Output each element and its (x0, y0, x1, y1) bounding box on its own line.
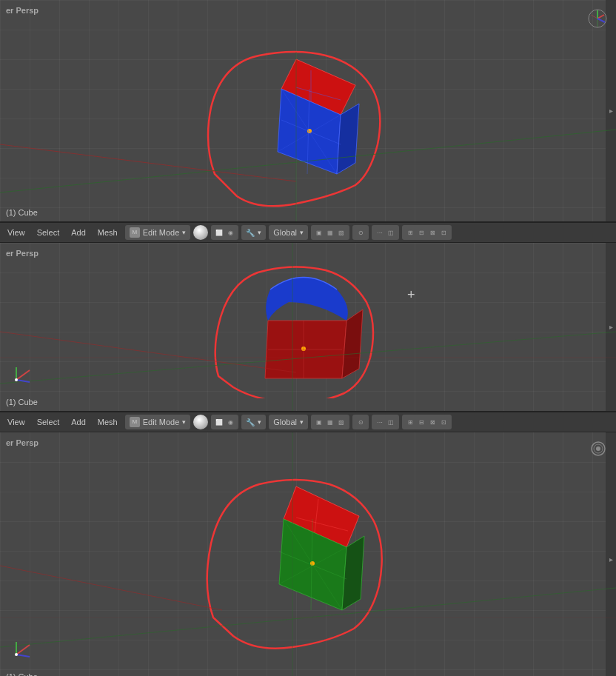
svg-point-47 (15, 653, 18, 656)
corner-label-1: er Persp (6, 6, 38, 15)
mesh-button-2[interactable]: Mesh (93, 416, 122, 428)
scroll-handle-3[interactable]: ▸ (606, 432, 616, 676)
toolbar-1: View Select Add Mesh M Edit Mode ⬜ ◉ 🔧 G… (0, 222, 616, 243)
corner-label-3: er Persp (6, 438, 38, 447)
viewport-2[interactable]: er Persp + (1) Cube ▸ (0, 243, 616, 412)
svg-line-46 (16, 655, 30, 657)
mesh-button-1[interactable]: Mesh (93, 227, 122, 238)
global-dropdown-1[interactable]: Global (269, 225, 308, 240)
orientation-gizmo-1 (586, 7, 609, 30)
layer-icons-2[interactable]: ⬜ ◉ (211, 415, 238, 429)
shading-circle-1[interactable] (193, 225, 208, 240)
select-button-2[interactable]: Select (33, 416, 64, 428)
view-button-2[interactable]: View (3, 416, 30, 428)
transform-dropdown-2[interactable]: 🔧 (241, 415, 266, 429)
snap-icons-1[interactable]: ⊙ (352, 225, 369, 240)
axis-indicator-3 (9, 636, 35, 662)
object-label-2: (1) Cube (6, 398, 38, 406)
global-dropdown-2[interactable]: Global (269, 415, 308, 429)
view-icons-1[interactable]: ⊞ ⊟ ⊠ ⊡ (402, 225, 452, 240)
viewport-1[interactable]: er Persp (0, 0, 616, 222)
corner-label-2: er Persp (6, 249, 38, 258)
svg-line-28 (16, 380, 30, 382)
overlay-icons-1[interactable]: ⋯ ◫ (372, 225, 399, 240)
cube-1 (200, 48, 392, 211)
viewport-icons-1[interactable]: ▣ ▦ ▧ (311, 225, 349, 240)
svg-line-8 (597, 19, 605, 22)
view-button-1[interactable]: View (3, 227, 30, 238)
view-icons-2[interactable]: ⊞ ⊟ ⊠ ⊡ (402, 415, 452, 429)
overlay-icons-2[interactable]: ⋯ ◫ (372, 415, 399, 429)
toolbar-2: View Select Add Mesh M Edit Mode ⬜ ◉ 🔧 G… (0, 412, 616, 432)
select-button-1[interactable]: Select (33, 227, 64, 238)
crosshair-2: + (407, 287, 415, 303)
object-label-3: (1) Cube (6, 672, 38, 676)
object-label-1: (1) Cube (6, 208, 38, 217)
add-button-1[interactable]: Add (67, 227, 90, 238)
cube-3 (200, 473, 396, 658)
svg-line-4 (597, 15, 604, 19)
orbit-icon-3 (589, 440, 607, 458)
edit-mode-dropdown-1[interactable]: M Edit Mode (125, 225, 191, 240)
cube-2 (207, 261, 385, 398)
svg-line-44 (16, 645, 30, 655)
svg-line-5 (591, 15, 597, 19)
svg-point-42 (596, 446, 600, 451)
svg-point-29 (15, 378, 18, 381)
snap-icons-2[interactable]: ⊙ (352, 415, 369, 429)
edit-mode-dropdown-2[interactable]: M Edit Mode (125, 415, 191, 429)
add-button-2[interactable]: Add (67, 416, 90, 428)
axis-indicator-2 (9, 361, 35, 387)
viewport-3[interactable]: er Persp (0, 432, 616, 676)
scroll-handle-2[interactable]: ▸ (606, 243, 616, 411)
layer-icons-1[interactable]: ⬜ ◉ (211, 225, 238, 240)
shading-circle-2[interactable] (193, 415, 208, 429)
transform-dropdown-1[interactable]: 🔧 (241, 225, 266, 240)
svg-marker-32 (342, 309, 363, 378)
viewport-icons-2[interactable]: ▣ ▦ ▧ (311, 415, 349, 429)
scroll-handle-1[interactable]: ▸ (606, 0, 616, 221)
svg-line-26 (16, 370, 30, 380)
